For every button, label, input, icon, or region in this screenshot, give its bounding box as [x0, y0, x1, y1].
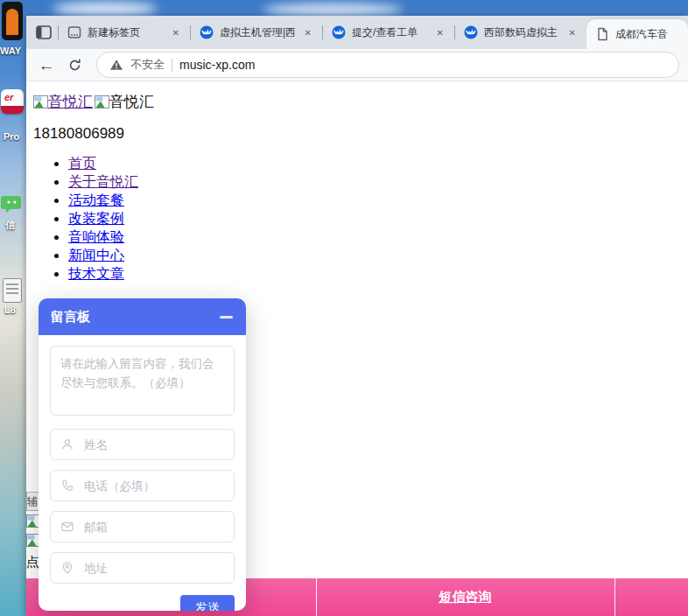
minimize-icon — [220, 316, 233, 318]
nav-link-about[interactable]: 关于音悦汇 — [68, 174, 138, 189]
tab-title: 新建标签页 — [88, 25, 163, 40]
send-button[interactable]: 发送 — [180, 595, 235, 611]
pro-app-icon: er — [1, 89, 24, 114]
address-bar-divider — [172, 59, 172, 72]
broken-image-icon — [95, 95, 109, 108]
email-input[interactable] — [51, 512, 234, 542]
nav-link-articles[interactable]: 技术文章 — [68, 266, 124, 281]
name-input[interactable] — [51, 430, 234, 459]
tab-actions-button[interactable] — [32, 19, 56, 46]
address-input[interactable] — [51, 553, 234, 583]
message-textarea[interactable] — [50, 346, 235, 416]
west-cn-favicon — [332, 25, 346, 39]
dialog-title: 留言板 — [51, 309, 218, 326]
desktop-shortcut-gateway[interactable] — [2, 2, 23, 40]
nav-link-cases[interactable]: 改装案例 — [68, 211, 124, 226]
tab-title: 提交/查看工单 — [352, 25, 427, 40]
logo-line: 音悦汇 音悦汇 — [33, 92, 154, 112]
address-bar[interactable]: 不安全 music-xp.com — [96, 52, 679, 78]
address-field — [50, 552, 235, 584]
nav-item: 技术文章 — [68, 267, 138, 281]
dialog-footer: 发送 — [39, 595, 246, 611]
nav-item: 活动套餐 — [68, 193, 138, 207]
dialog-header: 留言板 — [39, 298, 246, 335]
nav-item: 首页 — [68, 157, 138, 171]
message-board-dialog: 留言板 — [39, 298, 246, 611]
logo-link-text: 音悦汇 — [48, 94, 93, 110]
desktop-shortcut-pro[interactable]: er — [1, 89, 24, 114]
sms-consult-link[interactable]: 短信咨询 — [316, 578, 614, 616]
document-file-icon — [3, 278, 22, 303]
phone-number: 18180806989 — [33, 125, 124, 143]
nav-item: 改装案例 — [68, 212, 138, 226]
desktop-shortcut-doc[interactable] — [3, 278, 22, 303]
new-tab-page-icon — [67, 25, 81, 39]
minimize-button[interactable] — [218, 309, 234, 325]
desktop-shortcut-wechat[interactable] — [1, 192, 24, 219]
tab-close-button[interactable]: ✕ — [433, 26, 447, 39]
tab-ticket[interactable]: 提交/查看工单 ✕ — [323, 19, 454, 46]
nav-link-packages[interactable]: 活动套餐 — [68, 192, 124, 207]
sms-consult-label: 短信咨询 — [439, 589, 492, 606]
tab-west-host[interactable]: 西部数码虚拟主 ✕ — [455, 19, 586, 46]
gateway-app-icon — [2, 2, 23, 40]
browser-toolbar: ← 不安全 music-xp.com — [26, 49, 688, 81]
west-cn-favicon — [200, 25, 214, 39]
nav-link-news[interactable]: 新闻中心 — [68, 248, 124, 262]
desktop-shortcut-wechat-label: 信 — [5, 219, 15, 232]
tab-title: 虚拟主机管理|西 — [220, 25, 295, 40]
main-nav-list: 首页 关于音悦汇 活动套餐 改装案例 音响体验 新闻中心 技术文章 — [51, 157, 138, 285]
wechat-icon — [1, 192, 24, 215]
broken-image-icon — [33, 95, 48, 108]
workspaces-icon — [36, 25, 52, 39]
logo-link[interactable]: 音悦汇 — [33, 92, 93, 112]
cloud-decoration — [53, 2, 158, 16]
tab-new-tab-page[interactable]: 新建标签页 ✕ — [59, 19, 190, 46]
refresh-icon — [67, 58, 82, 73]
document-page-icon — [595, 27, 609, 41]
not-secure-warning-icon — [109, 59, 123, 71]
security-status-label: 不安全 — [130, 57, 165, 73]
tab-music-xp-active[interactable]: 成都汽车音 — [586, 19, 688, 49]
tab-title: 成都汽车音 — [615, 27, 681, 42]
bar-divider — [614, 578, 615, 616]
logo-alt: 音悦汇 — [95, 92, 154, 112]
phone-input[interactable] — [51, 471, 234, 500]
phone-field — [50, 470, 235, 501]
nav-link-home[interactable]: 首页 — [68, 156, 96, 171]
dialog-body — [39, 335, 246, 584]
tab-title: 西部数码虚拟主 — [484, 25, 559, 40]
nav-item: 新闻中心 — [68, 248, 138, 262]
tab-host-manage[interactable]: 虚拟主机管理|西 ✕ — [191, 19, 322, 46]
name-field — [50, 429, 235, 460]
nav-link-audio[interactable]: 音响体验 — [68, 229, 124, 244]
refresh-button[interactable] — [63, 53, 86, 76]
desktop-shortcut-pro-label: Pro — [4, 131, 19, 142]
nav-item: 关于音悦汇 — [68, 175, 138, 189]
url-text: music-xp.com — [179, 58, 255, 72]
nav-item: 音响体验 — [68, 230, 138, 244]
tab-close-button[interactable]: ✕ — [169, 26, 183, 39]
cloud-decoration — [263, 4, 403, 16]
tab-close-button[interactable]: ✕ — [565, 26, 579, 39]
email-field — [50, 511, 235, 542]
tab-strip: 新建标签页 ✕ 虚拟主机管理|西 ✕ 提交/查看工单 ✕ — [26, 16, 688, 49]
tab-close-button[interactable]: ✕ — [301, 26, 315, 39]
logo-alt-text: 音悦汇 — [109, 94, 154, 110]
desktop-shortcut-gateway-label: WAY — [0, 46, 21, 56]
peek-partial-text: 点 — [26, 554, 39, 570]
west-cn-favicon — [464, 25, 478, 39]
desktop-shortcut-doc-label: L8 — [4, 304, 16, 315]
back-button[interactable]: ← — [35, 53, 58, 76]
